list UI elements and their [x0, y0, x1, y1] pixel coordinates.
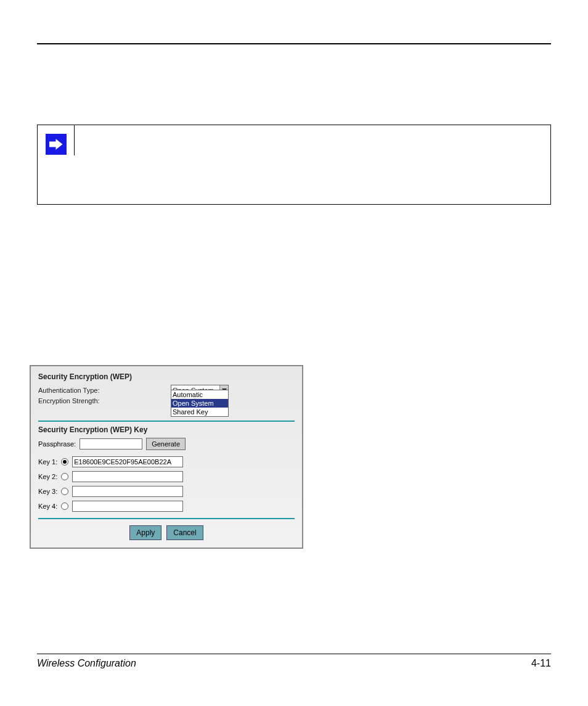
wep-key-label: Key 2: — [38, 473, 57, 480]
wep-key-input[interactable] — [72, 471, 183, 482]
wep-key-row: Key 2: — [38, 471, 295, 482]
dropdown-option[interactable]: Shared Key — [171, 408, 228, 416]
wep-key-input[interactable] — [72, 486, 183, 497]
wep-key-radio[interactable] — [61, 503, 68, 510]
document-page: Security Encryption (WEP) Authentication… — [0, 0, 588, 706]
auth-type-row: Authentication Type: Open System — [38, 385, 295, 396]
passphrase-row: Passphrase: Generate — [38, 438, 295, 450]
page-footer: Wireless Configuration 4-11 — [37, 654, 551, 669]
cancel-button[interactable]: Cancel — [166, 525, 203, 540]
footer-section-title: Wireless Configuration — [37, 658, 136, 669]
generate-button[interactable]: Generate — [146, 438, 186, 450]
wep-heading: Security Encryption (WEP) — [38, 372, 295, 381]
wep-key-heading: Security Encryption (WEP) Key — [38, 425, 295, 434]
auth-type-label: Authentication Type: — [38, 387, 171, 394]
footer-page-number: 4-11 — [531, 658, 551, 669]
note-text — [75, 125, 92, 155]
wep-key-radio[interactable] — [61, 488, 68, 495]
wep-key-row: Key 4: — [38, 501, 295, 512]
button-row: Apply Cancel — [38, 525, 295, 540]
wep-settings-panel: Security Encryption (WEP) Authentication… — [30, 365, 303, 549]
apply-button[interactable]: Apply — [129, 525, 161, 540]
wep-key-input[interactable] — [72, 501, 183, 512]
auth-type-dropdown[interactable]: AutomaticOpen SystemShared Key — [171, 390, 229, 417]
note-callout-box — [37, 125, 551, 205]
passphrase-label: Passphrase: — [38, 440, 76, 448]
wep-key-row: Key 3: — [38, 486, 295, 497]
dropdown-option[interactable]: Open System — [171, 399, 228, 408]
section-divider — [38, 421, 295, 422]
dropdown-option[interactable]: Automatic — [171, 390, 228, 399]
passphrase-input[interactable] — [80, 438, 142, 449]
top-horizontal-rule — [37, 43, 551, 44]
section-divider — [38, 518, 295, 519]
wep-key-input[interactable] — [72, 456, 183, 467]
wep-key-label: Key 1: — [38, 458, 57, 466]
arrow-right-icon — [46, 134, 67, 155]
enc-strength-label: Encryption Strength: — [38, 397, 171, 404]
wep-key-radio[interactable] — [61, 473, 68, 480]
wep-key-radio[interactable] — [61, 458, 68, 466]
wep-key-label: Key 3: — [38, 488, 57, 495]
wep-key-label: Key 4: — [38, 503, 57, 510]
enc-strength-row: Encryption Strength: — [38, 397, 295, 404]
wep-key-row: Key 1: — [38, 456, 295, 467]
